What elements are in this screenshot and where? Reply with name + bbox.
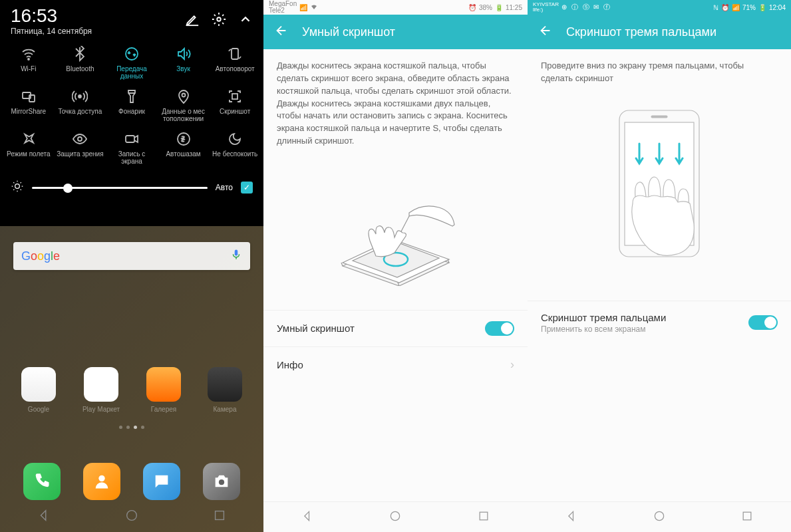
svg-point-0 [217, 17, 221, 21]
nav-recent[interactable] [477, 509, 490, 525]
google-search-bar[interactable]: Google [13, 242, 250, 270]
app-bar: Умный скриншот [263, 15, 528, 49]
brightness-icon [11, 180, 24, 196]
quick-settings-grid: Wi-FiBluetoothПередача данныхЗвукАвтопов… [0, 39, 263, 174]
svg-point-7 [182, 94, 185, 97]
toggle-switch[interactable] [748, 315, 778, 330]
qs-tile-label: Скриншот [220, 108, 250, 115]
svg-point-9 [78, 137, 82, 141]
svg-point-24 [655, 511, 663, 520]
nav-back[interactable] [37, 508, 51, 525]
battery-icon: 🔋 [495, 4, 503, 11]
qs-tile-label: Режим полета [7, 150, 50, 158]
qs-tile-label: Не беспокоить [212, 150, 257, 158]
svg-rect-16 [216, 511, 224, 520]
qs-tile-label: Автошазам [166, 150, 200, 158]
qs-tile-dnd[interactable]: Не беспокоить [209, 130, 261, 169]
hotspot-icon [71, 88, 88, 105]
back-icon[interactable] [538, 23, 553, 41]
battery-text: 38% [479, 4, 492, 11]
qs-tile-airplane[interactable]: Режим полета [3, 130, 55, 169]
status-time: 12:04 [769, 4, 786, 11]
carrier-2: Tele2 [269, 7, 297, 14]
qs-tile-bluetooth[interactable]: Bluetooth [55, 45, 106, 84]
svg-point-15 [127, 511, 137, 521]
date-display: Пятница, 14 сентября [11, 27, 92, 36]
qs-tile-wifi[interactable]: Wi-Fi [3, 45, 55, 84]
nav-home[interactable] [124, 508, 139, 525]
setting-info[interactable]: Инфо › [263, 346, 528, 382]
qs-tile-sound[interactable]: Звук [158, 45, 210, 84]
signal-icon: 📶 [732, 4, 740, 11]
brightness-auto-checkbox[interactable]: ✓ [241, 182, 253, 194]
collapse-icon[interactable] [238, 12, 253, 29]
qs-tile-record[interactable]: Запись с экрана [106, 130, 158, 169]
wifi-icon [20, 45, 37, 63]
notif-icons: ⊕ ⓘ ⓢ ✉ ⓕ [561, 3, 611, 12]
qs-tile-screenshot[interactable]: Скриншот [209, 88, 261, 126]
nav-recent[interactable] [740, 509, 754, 525]
app-bar: Скриншот тремя пальцами [528, 15, 791, 49]
setting-three-finger[interactable]: Скриншот тремя пальцами Применить ко все… [528, 301, 791, 344]
app-label: Google [28, 406, 49, 413]
home-app-3[interactable]: Камера [208, 367, 242, 413]
nav-back[interactable] [565, 509, 578, 525]
svg-rect-8 [232, 94, 237, 99]
setting-smart-screenshot[interactable]: Умный скриншот [263, 310, 528, 346]
qs-tile-mirror[interactable]: MirrorShare [3, 88, 55, 126]
time-display: 16:53 [11, 5, 92, 27]
status-time: 11:25 [506, 4, 522, 11]
flashlight-icon [123, 88, 140, 105]
status-bar: KYIVSTAR life:) ⊕ ⓘ ⓢ ✉ ⓕ ℕ ⏰ 📶 71% 🔋 12… [528, 0, 791, 15]
qs-tile-rotate[interactable]: Автоповорот [209, 45, 261, 84]
dock-camera[interactable] [203, 463, 240, 500]
nav-home[interactable] [389, 509, 402, 525]
qs-tile-location[interactable]: Данные о мес тоположении [158, 88, 210, 126]
mirror-icon [20, 88, 37, 105]
brightness-slider[interactable] [32, 187, 208, 189]
home-app-1[interactable]: Play Маркет [82, 367, 120, 413]
bluetooth-icon [71, 45, 88, 63]
qs-tile-label: Данные о мес тоположении [160, 108, 208, 122]
signal-icon: 📶 [299, 4, 307, 11]
battery-icon: 🔋 [758, 4, 766, 11]
qs-tile-label: Запись с экрана [108, 150, 156, 165]
toggle-switch[interactable] [485, 321, 514, 336]
qs-tile-hotspot[interactable]: Точка доступа [55, 88, 106, 126]
back-icon[interactable] [274, 23, 289, 41]
airplane-icon [20, 130, 37, 148]
qs-tile-label: Фонарик [118, 108, 145, 115]
svg-rect-23 [651, 116, 667, 118]
qs-tile-label: MirrorShare [11, 108, 46, 115]
settings-icon[interactable] [212, 12, 226, 29]
home-app-2[interactable]: Галерея [146, 367, 181, 413]
brightness-auto-label: Авто [216, 183, 233, 192]
qs-tile-eye[interactable]: Защита зрения [55, 130, 106, 169]
record-icon [123, 130, 140, 148]
setting-label: Умный скриншот [277, 323, 355, 334]
page-title: Умный скриншот [302, 25, 395, 39]
svg-point-12 [15, 184, 20, 189]
dock-messages[interactable] [143, 463, 180, 500]
nav-back[interactable] [301, 509, 314, 525]
mic-icon[interactable] [230, 249, 242, 263]
qs-tile-data[interactable]: Передача данных [106, 45, 158, 84]
description-text: Дважды коснитесь экрана костяшкой пальца… [277, 60, 514, 148]
svg-rect-25 [743, 512, 751, 520]
three-finger-illustration [541, 104, 778, 277]
brightness-row: Авто ✓ [0, 174, 263, 203]
nav-recent[interactable] [212, 508, 227, 525]
home-app-0[interactable]: Google [21, 367, 56, 413]
dock-phone[interactable] [23, 463, 61, 500]
nav-home[interactable] [653, 509, 666, 525]
dock-contacts[interactable] [83, 463, 120, 500]
app-label: Play Маркет [82, 406, 120, 413]
svg-rect-19 [480, 512, 488, 520]
status-bar: MegaFon Tele2 📶 ⏰ 38% 🔋 11:25 [263, 0, 528, 15]
edit-icon[interactable] [185, 12, 200, 29]
qs-tile-shazam[interactable]: Автошазам [158, 130, 210, 169]
qs-tile-label: Автоповорот [216, 65, 255, 72]
qs-tile-label: Точка доступа [58, 108, 102, 115]
qs-tile-flashlight[interactable]: Фонарик [106, 88, 158, 126]
setting-label: Инфо [277, 359, 303, 370]
